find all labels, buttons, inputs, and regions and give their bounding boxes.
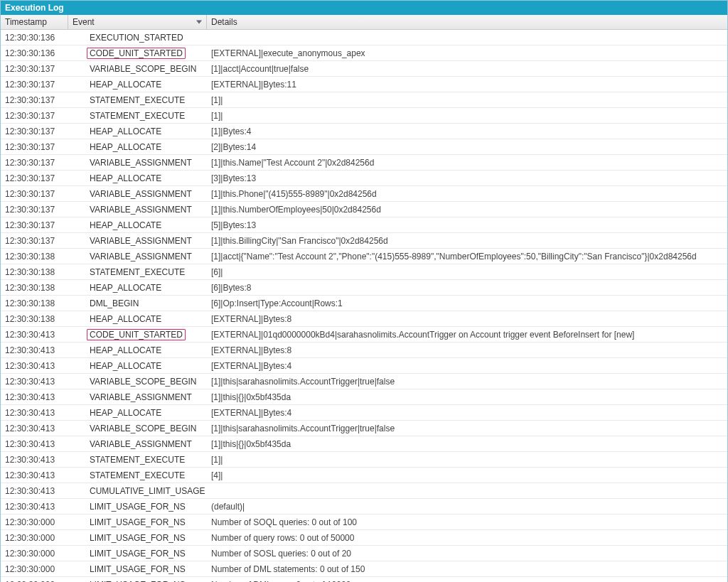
table-row[interactable]: 12:30:30:413CODE_UNIT_STARTED[EXTERNAL]|… (1, 327, 727, 343)
table-row[interactable]: 12:30:30:137VARIABLE_ASSIGNMENT[1]|this.… (1, 186, 727, 202)
table-row[interactable]: 12:30:30:137VARIABLE_ASSIGNMENT[1]|this.… (1, 202, 727, 217)
event-text: HEAP_ALLOCATE (90, 314, 161, 324)
grid-body[interactable]: 12:30:30:136EXECUTION_STARTED12:30:30:13… (1, 30, 727, 582)
table-row[interactable]: 12:30:30:138HEAP_ALLOCATE[6]|Bytes:8 (1, 280, 727, 296)
cell-timestamp: 12:30:30:413 (1, 422, 68, 435)
event-text: HEAP_ALLOCATE (90, 126, 161, 136)
table-row[interactable]: 12:30:30:137HEAP_ALLOCATE[3]|Bytes:13 (1, 171, 727, 186)
cell-details: [EXTERNAL]|Bytes:4 (207, 360, 727, 372)
column-header-label: Event (73, 17, 95, 27)
column-header-details[interactable]: Details (207, 15, 727, 29)
cell-event: HEAP_ALLOCATE (68, 344, 207, 357)
cell-timestamp: 12:30:30:413 (1, 438, 68, 451)
cell-event: VARIABLE_ASSIGNMENT (68, 235, 207, 247)
cell-timestamp: 12:30:30:413 (1, 375, 68, 388)
table-row[interactable]: 12:30:30:413HEAP_ALLOCATE[EXTERNAL]|Byte… (1, 358, 727, 374)
column-header-timestamp[interactable]: Timestamp (1, 15, 68, 29)
cell-event: VARIABLE_ASSIGNMENT (68, 391, 207, 404)
cell-event: STATEMENT_EXECUTE (68, 469, 207, 482)
event-text: HEAP_ALLOCATE (90, 283, 161, 293)
cell-details: [1]|this|sarahasnolimits.AccountTrigger|… (207, 375, 727, 388)
event-text: VARIABLE_SCOPE_BEGIN (90, 377, 197, 387)
table-row[interactable]: 12:30:30:136CODE_UNIT_STARTED[EXTERNAL]|… (1, 45, 727, 61)
table-row[interactable]: 12:30:30:137HEAP_ALLOCATE[5]|Bytes:13 (1, 217, 727, 233)
table-row[interactable]: 12:30:30:136EXECUTION_STARTED (1, 30, 727, 45)
cell-timestamp: 12:30:30:000 (1, 563, 68, 576)
table-row[interactable]: 12:30:30:413STATEMENT_EXECUTE[1]| (1, 452, 727, 468)
table-row[interactable]: 12:30:30:137VARIABLE_SCOPE_BEGIN[1]|acct… (1, 61, 727, 77)
table-row[interactable]: 12:30:30:413VARIABLE_SCOPE_BEGIN[1]|this… (1, 374, 727, 389)
table-row[interactable]: 12:30:30:137STATEMENT_EXECUTE[1]| (1, 108, 727, 124)
cell-timestamp: 12:30:30:138 (1, 313, 68, 325)
cell-event: HEAP_ALLOCATE (68, 281, 207, 294)
cell-event: LIMIT_USAGE_FOR_NS (68, 563, 207, 576)
table-row[interactable]: 12:30:30:413HEAP_ALLOCATE[EXTERNAL]|Byte… (1, 343, 727, 358)
cell-timestamp: 12:30:30:137 (1, 63, 68, 75)
cell-details: [1]|this.Name|"Test Account 2"|0x2d84256… (207, 156, 727, 169)
cell-details: [1]|Bytes:4 (207, 125, 727, 138)
event-text: DML_BEGIN (90, 298, 139, 308)
cell-event: VARIABLE_ASSIGNMENT (68, 203, 207, 216)
cell-timestamp: 12:30:30:413 (1, 453, 68, 466)
cell-details: [1]|this|sarahasnolimits.AccountTrigger|… (207, 422, 727, 435)
table-row[interactable]: 12:30:30:137HEAP_ALLOCATE[2]|Bytes:14 (1, 139, 727, 155)
cell-event: VARIABLE_ASSIGNMENT (68, 156, 207, 169)
event-highlight: CODE_UNIT_STARTED (87, 48, 186, 59)
cell-details: (default)| (207, 500, 727, 513)
event-text: VARIABLE_ASSIGNMENT (90, 439, 192, 449)
table-row[interactable]: 12:30:30:137VARIABLE_ASSIGNMENT[1]|this.… (1, 155, 727, 171)
event-text: VARIABLE_ASSIGNMENT (90, 189, 192, 199)
table-row[interactable]: 12:30:30:138DML_BEGIN[6]|Op:Insert|Type:… (1, 296, 727, 311)
cell-timestamp: 12:30:30:138 (1, 266, 68, 279)
cell-timestamp: 12:30:30:137 (1, 125, 68, 138)
cell-event: CUMULATIVE_LIMIT_USAGE (68, 485, 207, 497)
table-row[interactable]: 12:30:30:137HEAP_ALLOCATE[EXTERNAL]|Byte… (1, 77, 727, 92)
cell-timestamp: 12:30:30:000 (1, 547, 68, 560)
table-row[interactable]: 12:30:30:137HEAP_ALLOCATE[1]|Bytes:4 (1, 124, 727, 139)
column-header-event[interactable]: Event (68, 15, 207, 29)
table-row[interactable]: 12:30:30:138HEAP_ALLOCATE[EXTERNAL]|Byte… (1, 311, 727, 327)
table-row[interactable]: 12:30:30:413STATEMENT_EXECUTE[4]| (1, 468, 727, 483)
table-row[interactable]: 12:30:30:000LIMIT_USAGE_FOR_NSNumber of … (1, 577, 727, 582)
table-row[interactable]: 12:30:30:000LIMIT_USAGE_FOR_NSNumber of … (1, 530, 727, 546)
table-row[interactable]: 12:30:30:137STATEMENT_EXECUTE[1]| (1, 92, 727, 108)
cell-details: [1]| (207, 94, 727, 107)
chevron-down-icon[interactable] (196, 21, 202, 24)
cell-details: [EXTERNAL]|Bytes:11 (207, 78, 727, 91)
cell-timestamp: 12:30:30:413 (1, 391, 68, 404)
cell-timestamp: 12:30:30:137 (1, 94, 68, 107)
table-row[interactable]: 12:30:30:413VARIABLE_SCOPE_BEGIN[1]|this… (1, 421, 727, 436)
cell-event: STATEMENT_EXECUTE (68, 109, 207, 122)
table-row[interactable]: 12:30:30:137VARIABLE_ASSIGNMENT[1]|this.… (1, 233, 727, 249)
table-row[interactable]: 12:30:30:413VARIABLE_ASSIGNMENT[1]|this|… (1, 436, 727, 452)
cell-details: [EXTERNAL]|Bytes:8 (207, 313, 727, 325)
cell-details: [1]|this|{}|0x5bf435da (207, 438, 727, 451)
table-row[interactable]: 12:30:30:138STATEMENT_EXECUTE[6]| (1, 264, 727, 280)
table-row[interactable]: 12:30:30:413CUMULATIVE_LIMIT_USAGE (1, 483, 727, 499)
table-row[interactable]: 12:30:30:413HEAP_ALLOCATE[EXTERNAL]|Byte… (1, 405, 727, 421)
cell-event: DML_BEGIN (68, 297, 207, 310)
event-text: VARIABLE_SCOPE_BEGIN (90, 424, 197, 433)
cell-event: LIMIT_USAGE_FOR_NS (68, 547, 207, 560)
event-text: STATEMENT_EXECUTE (90, 95, 185, 105)
cell-event: VARIABLE_SCOPE_BEGIN (68, 422, 207, 435)
cell-event: HEAP_ALLOCATE (68, 406, 207, 419)
cell-timestamp: 12:30:30:413 (1, 344, 68, 357)
table-row[interactable]: 12:30:30:413VARIABLE_ASSIGNMENT[1]|this|… (1, 389, 727, 405)
table-row[interactable]: 12:30:30:413LIMIT_USAGE_FOR_NS(default)| (1, 499, 727, 514)
cell-timestamp: 12:30:30:413 (1, 360, 68, 372)
cell-details: Number of query rows: 0 out of 50000 (207, 532, 727, 544)
cell-event: HEAP_ALLOCATE (68, 313, 207, 325)
cell-event: HEAP_ALLOCATE (68, 172, 207, 185)
table-row[interactable]: 12:30:30:138VARIABLE_ASSIGNMENT[1]|acct|… (1, 249, 727, 264)
cell-details: Number of SOSL queries: 0 out of 20 (207, 547, 727, 560)
cell-event: STATEMENT_EXECUTE (68, 94, 207, 107)
cell-event: LIMIT_USAGE_FOR_NS (68, 516, 207, 529)
cell-details: Number of DML statements: 0 out of 150 (207, 563, 727, 576)
table-row[interactable]: 12:30:30:000LIMIT_USAGE_FOR_NSNumber of … (1, 561, 727, 577)
cell-details: [1]| (207, 109, 727, 122)
cell-event: STATEMENT_EXECUTE (68, 266, 207, 279)
table-row[interactable]: 12:30:30:000LIMIT_USAGE_FOR_NSNumber of … (1, 546, 727, 561)
table-row[interactable]: 12:30:30:000LIMIT_USAGE_FOR_NSNumber of … (1, 514, 727, 530)
cell-event: LIMIT_USAGE_FOR_NS (68, 500, 207, 513)
